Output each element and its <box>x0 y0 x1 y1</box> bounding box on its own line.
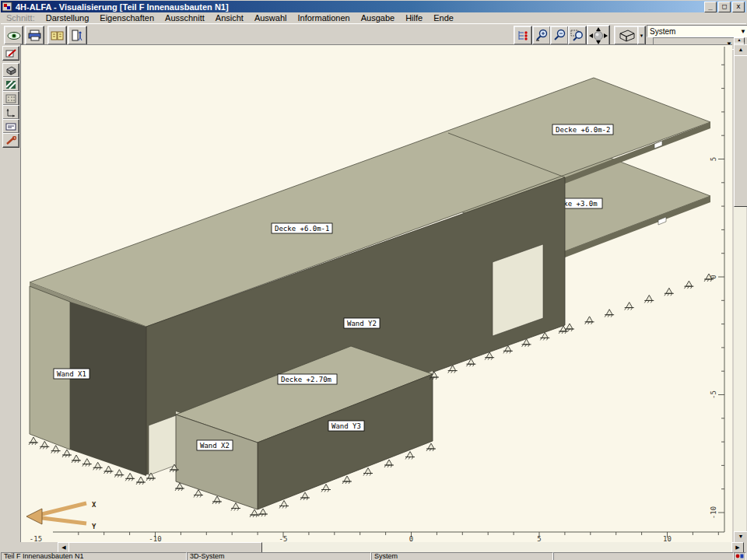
toolbar: ▼ System ▼ ▼ ▲ ▼ <box>1 23 746 45</box>
chevron-down-icon: ▼ <box>640 33 644 38</box>
svg-text:Wand Y3: Wand Y3 <box>331 422 361 430</box>
mesh-fill-icon <box>5 94 16 103</box>
mesh-fill-button[interactable] <box>2 91 19 106</box>
solid-view-button[interactable] <box>2 63 19 78</box>
slab-label-decke60-2: Decke +6.0m-2 <box>552 124 613 135</box>
slab-label-decke270: Decke +2.70m <box>278 374 337 384</box>
system-combobox-value: System <box>650 27 675 36</box>
svg-text:0: 0 <box>409 535 413 542</box>
svg-text:-5: -5 <box>279 535 288 542</box>
drawing-canvas[interactable]: Decke +3.0m <box>20 44 732 542</box>
menu-bar: Schnitt: Darstellung Eigenschaften Aussc… <box>1 12 746 23</box>
tools-icon <box>5 136 16 145</box>
tools-button[interactable] <box>2 133 19 148</box>
hatch-fill-icon <box>5 80 16 89</box>
interior-gap <box>70 302 146 476</box>
maximize-button[interactable]: □ <box>718 2 731 12</box>
svg-text:0: 0 <box>710 275 717 278</box>
svg-text:Wand X1: Wand X1 <box>57 370 86 378</box>
svg-text:5: 5 <box>710 157 717 161</box>
wall-x1-face[interactable] <box>30 286 70 450</box>
svg-text:Decke +2.70m: Decke +2.70m <box>281 376 331 383</box>
menu-informationen[interactable]: Informationen <box>292 13 355 23</box>
zoom-window-button[interactable] <box>568 26 587 45</box>
menu-ende[interactable]: Ende <box>428 13 459 23</box>
menu-ansicht[interactable]: Ansicht <box>210 13 249 23</box>
window-title: 4H-ALFA - Visualisierung [Teil F Innenau… <box>16 2 229 12</box>
view-eye-icon <box>7 30 21 41</box>
system-combobox[interactable]: System ▼ <box>647 25 747 37</box>
print-button[interactable] <box>25 26 44 45</box>
solid-view-icon <box>5 65 17 75</box>
svg-text:-10: -10 <box>710 506 717 519</box>
menu-ausschnitt[interactable]: Ausschnitt <box>160 13 210 23</box>
zoom-in-icon <box>535 29 549 42</box>
axis-x-label: X <box>92 501 96 509</box>
pan-navigator-control[interactable] <box>587 25 610 46</box>
status-indicator-cell <box>734 552 746 560</box>
view-cube-icon <box>617 29 636 43</box>
edit-pencil-icon <box>5 49 17 58</box>
zoom-in-button[interactable] <box>532 26 551 45</box>
menu-ausgabe[interactable]: Ausgabe <box>356 13 400 23</box>
left-tool-strip <box>0 44 20 542</box>
status-empty-cell <box>553 552 734 560</box>
visibility-tree-button[interactable] <box>514 26 532 45</box>
wall-label-y2: Wand Y2 <box>344 318 380 328</box>
print-icon <box>28 30 42 41</box>
chevron-down-icon: ▼ <box>740 28 747 35</box>
svg-text:Wand Y2: Wand Y2 <box>347 320 377 327</box>
menu-schnitt: Schnitt: <box>1 13 40 23</box>
wall-label-x2: Wand X2 <box>197 440 233 450</box>
view-cube-dropdown[interactable]: ▼ <box>637 26 646 45</box>
hatch-fill-button[interactable] <box>2 77 19 92</box>
status-model-name: Teil F Innenausbauten N1 <box>1 552 187 560</box>
text-label-button[interactable] <box>2 119 19 134</box>
status-bar: Teil F Innenausbauten N1 3D-System Syste… <box>0 552 747 560</box>
svg-text:-5: -5 <box>710 390 717 399</box>
svg-text:Decke +6.0m-2: Decke +6.0m-2 <box>556 126 610 134</box>
wall-label-x1: Wand X1 <box>54 369 89 379</box>
zoom-window-icon <box>570 29 584 42</box>
axis-indicator: X Y <box>26 501 96 530</box>
zoom-out-icon <box>553 29 566 42</box>
pan-navigator-icon <box>588 26 608 45</box>
svg-text:-15: -15 <box>30 535 42 542</box>
status-indicator-icon <box>735 553 744 558</box>
svg-text:Decke +6.0m-1: Decke +6.0m-1 <box>275 225 329 233</box>
manual-book-icon <box>51 30 65 41</box>
app-icon <box>2 2 12 12</box>
dimension-button[interactable] <box>2 105 19 120</box>
manual-book-button[interactable] <box>47 26 67 45</box>
svg-text:Wand X2: Wand X2 <box>200 442 230 450</box>
menu-hilfe[interactable]: Hilfe <box>400 13 428 23</box>
exit-door-icon <box>72 30 84 41</box>
axis-y-label: Y <box>92 523 96 530</box>
text-label-icon <box>5 123 16 131</box>
status-context: System <box>371 552 553 560</box>
vertical-scrollbar[interactable]: ▲ ▼ <box>734 44 746 542</box>
slab-label-decke60-1: Decke +6.0m-1 <box>272 223 332 233</box>
svg-text:10: 10 <box>663 535 672 542</box>
svg-text:5: 5 <box>537 535 541 542</box>
menu-darstellung[interactable]: Darstellung <box>40 13 95 23</box>
menu-eigenschaften[interactable]: Eigenschaften <box>94 13 160 23</box>
status-view-mode: 3D-System <box>187 552 371 560</box>
zoom-out-button[interactable] <box>550 26 569 45</box>
close-button[interactable]: x <box>732 2 745 12</box>
exit-door-button[interactable] <box>68 26 87 45</box>
minimize-button[interactable]: _ <box>704 2 717 12</box>
3d-view[interactable]: Decke +3.0m <box>20 44 732 542</box>
edit-pencil-button[interactable] <box>2 46 19 61</box>
view-cube-button[interactable] <box>614 26 639 45</box>
wall-label-y3: Wand Y3 <box>328 421 364 431</box>
dimension-icon <box>5 108 16 117</box>
visibility-tree-icon <box>517 30 529 42</box>
view-eye-button[interactable] <box>4 26 23 45</box>
app-window: 4H-ALFA - Visualisierung [Teil F Innenau… <box>0 0 747 560</box>
horizontal-scrollbar[interactable]: ◀ ▶ <box>0 542 747 552</box>
vertical-scroll-thumb[interactable] <box>734 55 747 207</box>
title-bar[interactable]: 4H-ALFA - Visualisierung [Teil F Innenau… <box>1 1 746 12</box>
menu-auswahl[interactable]: Auswahl <box>249 13 293 23</box>
svg-text:-10: -10 <box>149 535 161 542</box>
